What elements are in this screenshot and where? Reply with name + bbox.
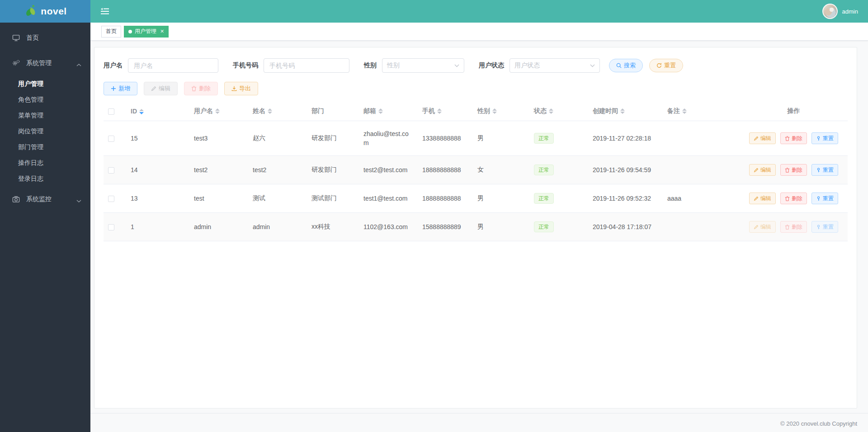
gender-select[interactable]: 性别 <box>382 58 464 73</box>
sidebar-item-post-management[interactable]: 岗位管理 <box>0 123 90 139</box>
cell-id: 1 <box>126 213 189 241</box>
row-delete-button: 删除 <box>780 221 807 233</box>
reset-button[interactable]: 重置 <box>649 59 683 72</box>
row-delete-button[interactable]: 删除 <box>780 164 807 176</box>
col-actions: 操作 <box>740 102 848 121</box>
user-table-card: 用户名 手机号码 性别 性别 用户状态 用户状态 <box>94 47 857 409</box>
brand-name: novel <box>41 6 66 17</box>
col-label: ID <box>131 108 137 115</box>
table-header-row: ID 用户名 姓名 部门 邮箱 手机 <box>104 102 848 121</box>
tab-home[interactable]: 首页 <box>101 26 121 38</box>
row-edit-label: 编辑 <box>760 195 771 202</box>
export-button[interactable]: 导出 <box>224 82 258 95</box>
table-row[interactable]: 13 test 测试 测试部门 test1@test.com 188888888… <box>104 184 848 213</box>
col-created: 创建时间 <box>588 102 663 121</box>
table-toolbar: 新增 编辑 删除 导出 <box>104 82 848 95</box>
sort-caret[interactable] <box>620 108 625 114</box>
sort-caret[interactable] <box>378 108 383 114</box>
sidebar-item-operation-log[interactable]: 操作日志 <box>0 155 90 171</box>
sidebar-item-home[interactable]: 首页 <box>0 25 90 51</box>
table-row[interactable]: 14 test2 test2 研发部门 test2@test.com 18888… <box>104 156 848 184</box>
cell-name: 赵六 <box>248 121 307 156</box>
cell-created: 2019-11-26 09:52:32 <box>588 184 663 213</box>
cell-created: 2019-11-27 02:28:18 <box>588 121 663 156</box>
table-row[interactable]: 1 admin admin xx科技 1102@163.com 15888888… <box>104 213 848 241</box>
sort-caret[interactable] <box>682 108 687 114</box>
pencil-icon <box>754 225 759 230</box>
col-label: 备注 <box>667 107 680 114</box>
plus-icon <box>111 86 116 91</box>
row-delete-button[interactable]: 删除 <box>780 132 807 144</box>
row-checkbox[interactable] <box>108 224 114 230</box>
row-reset-password-button[interactable]: 重置 <box>811 164 838 176</box>
row-checkbox[interactable] <box>108 196 114 202</box>
cell-id: 14 <box>126 156 189 184</box>
cell-phone: 18888888888 <box>418 156 473 184</box>
add-button[interactable]: 新增 <box>104 82 137 95</box>
row-reset-password-button[interactable]: 重置 <box>811 193 838 204</box>
cell-phone: 15888888889 <box>418 213 473 241</box>
table-row[interactable]: 15 test3 赵六 研发部门 zhaoliu@test.com 133888… <box>104 121 848 156</box>
sidebar-item-login-log[interactable]: 登录日志 <box>0 171 90 187</box>
col-email: 邮箱 <box>359 102 418 121</box>
leaf-logo-icon <box>24 3 38 19</box>
cell-gender: 女 <box>473 156 529 184</box>
col-label: 状态 <box>534 107 547 114</box>
add-button-label: 新增 <box>118 85 130 93</box>
cell-phone: 18888888888 <box>418 184 473 213</box>
sort-caret[interactable] <box>215 108 220 114</box>
gender-placeholder: 性别 <box>387 61 400 70</box>
cell-remark: aaaa <box>663 184 740 213</box>
search-button[interactable]: 搜索 <box>609 59 643 72</box>
select-all-checkbox[interactable] <box>108 108 114 115</box>
phone-input[interactable] <box>264 58 349 73</box>
cell-gender: 男 <box>473 213 529 241</box>
cell-gender: 男 <box>473 121 529 156</box>
gears-icon <box>12 59 20 67</box>
sidebar-item-user-management[interactable]: 用户管理 <box>0 76 90 92</box>
pencil-icon <box>151 86 156 91</box>
col-label: 性别 <box>477 107 490 114</box>
row-reset-password-button[interactable]: 重置 <box>811 132 838 144</box>
cell-id: 15 <box>126 121 189 156</box>
cell-email: zhaoliu@test.com <box>359 121 418 156</box>
download-icon <box>231 86 237 91</box>
username-input[interactable] <box>128 58 218 73</box>
col-label: 姓名 <box>253 107 265 114</box>
status-select[interactable]: 用户状态 <box>509 58 600 73</box>
sidebar-item-dept-management[interactable]: 部门管理 <box>0 139 90 155</box>
users-table: ID 用户名 姓名 部门 邮箱 手机 <box>104 102 848 241</box>
cell-email: 1102@163.com <box>359 213 418 241</box>
sort-caret[interactable] <box>139 109 144 114</box>
sort-caret[interactable] <box>549 108 553 114</box>
tab-user-management[interactable]: 用户管理 ✕ <box>124 26 169 38</box>
close-icon[interactable]: ✕ <box>160 29 164 34</box>
sort-caret[interactable] <box>437 108 442 114</box>
cell-username: test3 <box>189 121 248 156</box>
sort-caret[interactable] <box>268 108 272 114</box>
sidebar-item-menu-management[interactable]: 菜单管理 <box>0 108 90 123</box>
row-edit-button[interactable]: 编辑 <box>749 193 776 204</box>
sidebar-item-system-management[interactable]: 系统管理 <box>0 51 90 76</box>
row-edit-button[interactable]: 编辑 <box>749 164 776 176</box>
monitor-icon <box>12 34 20 42</box>
row-edit-button[interactable]: 编辑 <box>749 132 776 144</box>
sidebar-item-label: 系统管理 <box>26 59 52 67</box>
col-label: 创建时间 <box>593 107 618 114</box>
row-checkbox[interactable] <box>108 167 114 174</box>
trash-icon <box>785 168 790 173</box>
status-placeholder: 用户状态 <box>514 61 540 70</box>
row-checkbox[interactable] <box>108 136 114 142</box>
sort-caret[interactable] <box>492 108 497 114</box>
search-icon <box>616 63 622 68</box>
phone-filter-group: 手机号码 <box>233 58 349 73</box>
col-label: 操作 <box>788 107 800 114</box>
user-menu[interactable]: admin <box>822 4 858 19</box>
sidebar-item-role-management[interactable]: 角色管理 <box>0 92 90 108</box>
sidebar-collapse-icon[interactable] <box>100 8 109 15</box>
col-label: 手机 <box>422 107 435 114</box>
row-delete-button[interactable]: 删除 <box>780 193 807 204</box>
avatar[interactable] <box>822 4 838 19</box>
sidebar-item-system-monitor[interactable]: 系统监控 <box>0 187 90 212</box>
cell-gender: 男 <box>473 184 529 213</box>
